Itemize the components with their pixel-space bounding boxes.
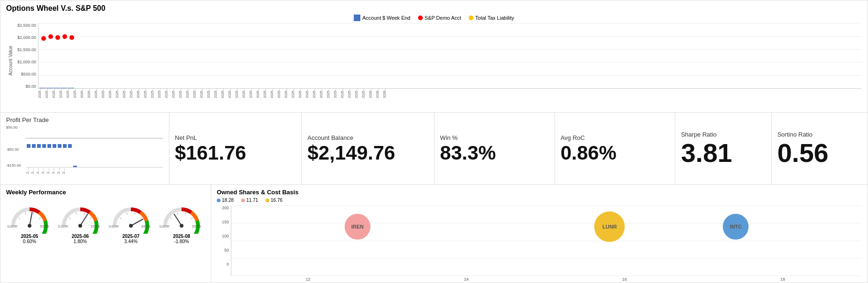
- x-axis-label: 2026-…: [369, 89, 375, 98]
- top-chart-section: Options Wheel V.s. S&P 500 Account $ Wee…: [0, 0, 868, 113]
- x-axis-label: 2025-…: [327, 89, 333, 98]
- dashboard: Options Wheel V.s. S&P 500 Account $ Wee…: [0, 0, 868, 283]
- ppt-bar: [27, 144, 30, 148]
- svg-line-34: [191, 217, 193, 219]
- sp-dot: [48, 34, 53, 39]
- x-axis-label: 2025-…: [207, 89, 213, 98]
- gridline-3: [38, 62, 862, 62]
- owned-legend-item: 16.76: [266, 198, 282, 203]
- x-axis-label: 2025-…: [256, 89, 263, 98]
- owned-legend-dot: [241, 199, 245, 202]
- avg-roc-label: Avg RoC: [561, 134, 670, 141]
- avg-roc-cell: Avg RoC 0.86%: [555, 113, 676, 184]
- legend-label-account: Account $ Week End: [362, 15, 411, 21]
- svg-line-16: [80, 214, 88, 226]
- x-axis-label: 2025-…: [45, 89, 52, 98]
- svg-point-17: [78, 224, 82, 228]
- svg-line-32: [177, 212, 178, 214]
- owned-legend-item: 18.28: [217, 198, 234, 203]
- owned-gridline: [231, 223, 862, 223]
- svg-line-11: [69, 217, 71, 219]
- svg-point-27: [129, 224, 133, 228]
- x-axis-label: 2025-…: [165, 89, 171, 98]
- x-axis-label: 2025-…: [151, 89, 157, 98]
- x-axis-label: 2025-…: [341, 89, 347, 98]
- gauge-svg: 0.00%3.00%: [158, 199, 205, 234]
- owned-gridline: [231, 241, 862, 241]
- weekly-perf-title: Weekly Performance: [6, 189, 205, 196]
- legend-tax: Total Tax Liability: [469, 15, 514, 21]
- gridline-2: [38, 49, 862, 50]
- gridline-0: [38, 23, 862, 23]
- x-axis-label: 2025-…: [270, 89, 277, 98]
- owned-legend-label: 16.76: [271, 198, 282, 203]
- legend-label-sp: S&P Demo Acct: [425, 15, 461, 21]
- x-axis-label: 2025-…: [172, 89, 178, 98]
- x-axis-label: 2025-…: [214, 89, 221, 98]
- ppt-bar: [47, 144, 51, 148]
- x-axis-label: 2025-…: [101, 89, 108, 98]
- legend-account: Account $ Week End: [354, 15, 411, 21]
- x-axis-label: 2025-…: [66, 89, 73, 98]
- gauge-container: 0.00%3.00%2025-073.44%: [107, 199, 154, 244]
- sharpe-ratio-label: Sharpe Ratio: [681, 131, 765, 138]
- x-axis-label: 2025-…: [348, 89, 354, 98]
- sortino-ratio-value: 0.56: [777, 140, 862, 166]
- owned-shares-section: Owned Shares & Cost Basis 18.2811.7116.7…: [211, 185, 868, 283]
- bars-container: [39, 88, 861, 88]
- owned-gridline: [231, 258, 862, 259]
- svg-line-14: [90, 217, 91, 219]
- metrics-section: Profit Per Trade $50.00-$50.00-$150.002-…: [0, 113, 868, 185]
- owned-legend-label: 11.71: [246, 198, 258, 203]
- chart-bar: [39, 88, 46, 88]
- svg-line-3: [33, 212, 34, 214]
- gauge-value-label: -1.80%: [174, 239, 189, 244]
- legend-sp: S&P Demo Acct: [418, 15, 461, 21]
- x-axis-label: 2025-…: [312, 89, 319, 98]
- gauge-month-label: 2025-05: [21, 234, 38, 239]
- ppt-bar: [63, 144, 67, 148]
- x-axis-label: 2025-…: [221, 89, 228, 98]
- main-chart-area: Account Value $2,500.00 $2,000.00 $1,500…: [6, 23, 862, 98]
- net-pnl-value: $161.76: [175, 143, 296, 163]
- owned-legend-item: 11.71: [241, 198, 258, 203]
- owned-bubble: INTC: [723, 214, 749, 239]
- net-pnl-label: Net PnL: [175, 134, 296, 141]
- svg-line-4: [39, 217, 41, 219]
- x-axis-label: 2025-…: [291, 89, 298, 98]
- x-axis-label: 2025-…: [108, 89, 115, 98]
- sortino-ratio-label: Sortino Ratio: [777, 131, 862, 138]
- y-label-3: $1,000.00: [17, 60, 36, 64]
- svg-text:0.00%: 0.00%: [109, 225, 118, 228]
- gauge-container: 0.00%3.00%2025-08-1.80%: [158, 199, 205, 244]
- owned-bubble: LUNR: [594, 211, 625, 242]
- x-axis-label: 2026-…: [383, 89, 389, 98]
- svg-point-37: [180, 224, 183, 228]
- svg-line-6: [30, 212, 32, 226]
- sortino-ratio-cell: Sortino Ratio 0.56: [772, 113, 868, 184]
- x-axis-label: 2025-…: [80, 89, 87, 98]
- ppt-bar: [42, 144, 46, 148]
- svg-text:3.00%: 3.00%: [192, 225, 201, 228]
- x-axis-label: 2025-…: [355, 89, 361, 98]
- svg-line-2: [25, 212, 26, 214]
- y-axis-label: Account Value: [6, 23, 15, 98]
- y-label-4: $500.00: [21, 72, 36, 76]
- sp-dot: [41, 36, 46, 41]
- win-pct-label: Win %: [440, 134, 549, 141]
- svg-line-13: [84, 212, 85, 214]
- chart-bar: [68, 88, 74, 88]
- gauge-value-label: 1.80%: [74, 239, 87, 244]
- x-axis-label: 2025-…: [59, 89, 66, 98]
- x-axis-label: 2025-…: [115, 89, 122, 98]
- x-axis-label: 2025-…: [284, 89, 291, 98]
- x-axis-label: 2025-…: [129, 89, 136, 98]
- owned-legend-dot: [266, 199, 269, 202]
- chart-bar: [46, 88, 53, 88]
- svg-line-1: [18, 217, 20, 219]
- ppt-bar: [37, 144, 41, 148]
- owned-chart-inner: IRENLUNRINTC: [231, 206, 862, 276]
- avg-roc-value: 0.86%: [561, 143, 670, 163]
- x-axis-label: 2025-…: [186, 89, 192, 98]
- ppt-bar: [32, 144, 36, 148]
